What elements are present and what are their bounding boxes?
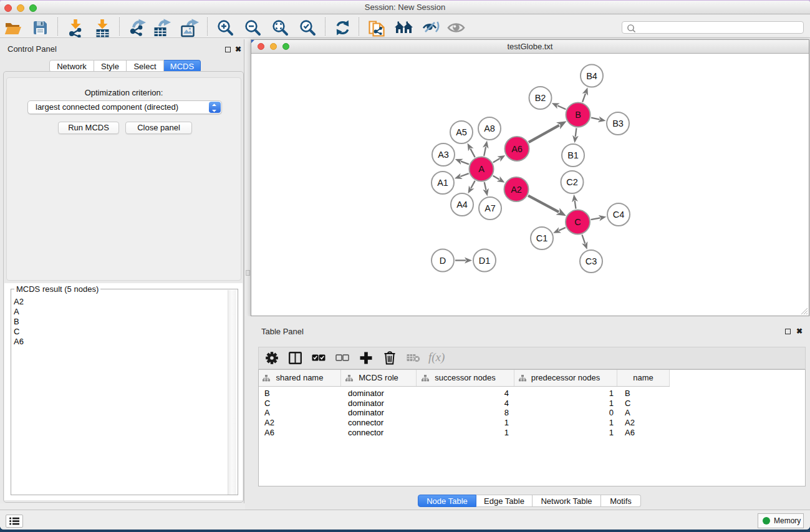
svg-text:B2: B2: [535, 93, 546, 103]
svg-text:C2: C2: [566, 177, 578, 187]
svg-text:A8: A8: [484, 123, 495, 133]
svg-text:A2: A2: [511, 185, 522, 195]
svg-text:A1: A1: [437, 178, 448, 188]
svg-text:B: B: [575, 110, 581, 120]
svg-text:D: D: [440, 256, 446, 266]
svg-text:C1: C1: [536, 233, 548, 243]
svg-text:B1: B1: [567, 150, 579, 160]
svg-text:B3: B3: [612, 118, 624, 128]
svg-text:D1: D1: [479, 256, 491, 266]
svg-text:B4: B4: [586, 71, 597, 81]
svg-text:C4: C4: [613, 210, 625, 220]
svg-text:A3: A3: [438, 150, 449, 160]
svg-text:A: A: [478, 164, 485, 174]
svg-text:A5: A5: [456, 127, 467, 137]
svg-text:A7: A7: [485, 203, 496, 213]
svg-text:A4: A4: [456, 200, 468, 210]
svg-text:A6: A6: [511, 144, 523, 154]
svg-text:C: C: [574, 217, 581, 227]
svg-text:C3: C3: [586, 256, 597, 266]
